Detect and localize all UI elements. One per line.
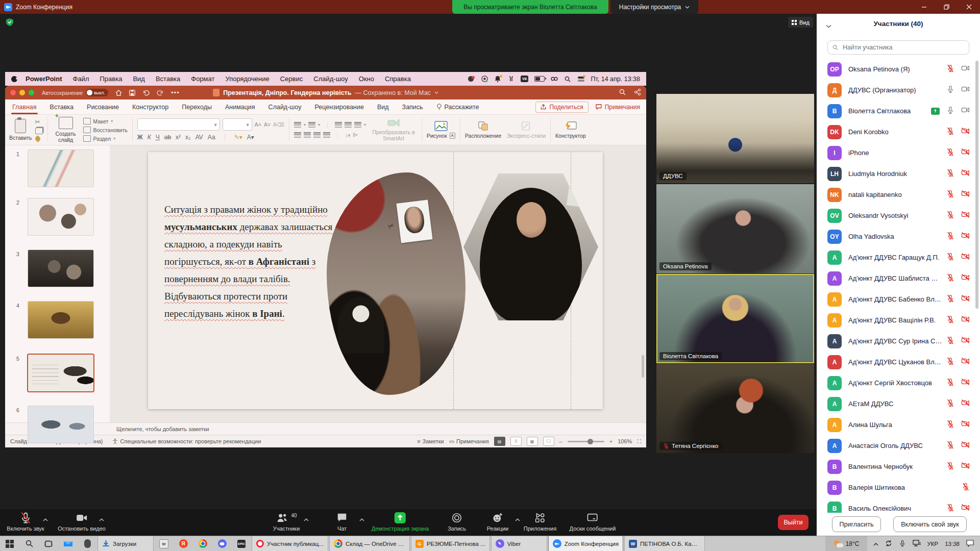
participant-row[interactable]: ВВалентина Чернобук: [817, 456, 975, 477]
taskbar-button-downloads[interactable]: Загрузки: [97, 536, 154, 551]
control-center-icon[interactable]: [577, 76, 584, 82]
mic-muted-icon[interactable]: [946, 294, 954, 305]
mic-muted-icon[interactable]: [946, 315, 954, 325]
participant-row[interactable]: AАнастасія Оголь ДДУВС: [817, 435, 975, 456]
toolbar-mic-muted-button[interactable]: Включить звук: [7, 511, 44, 532]
camera-on-icon[interactable]: [961, 106, 970, 116]
participant-row[interactable]: LHLiudmyla Horodniuk: [817, 163, 975, 184]
toolbar-chat-button[interactable]: Чат: [336, 511, 348, 532]
mic-muted-icon[interactable]: [946, 232, 954, 242]
taskbar-button-zoom[interactable]: Zoom Конференция: [548, 536, 623, 551]
vk-icon[interactable]: VK: [521, 76, 528, 82]
mac-menu-Упорядочение[interactable]: Упорядочение: [225, 75, 269, 83]
tab-Слайд-шоу[interactable]: Слайд-шоу: [268, 99, 302, 115]
view-settings-button[interactable]: Настройки просмотра: [610, 0, 698, 14]
strike-button[interactable]: ab: [164, 134, 171, 141]
mic-muted-icon[interactable]: [946, 462, 954, 472]
font-size-select[interactable]: ▾: [223, 118, 252, 131]
home-icon[interactable]: [115, 90, 122, 96]
taskbar-button-word[interactable]: WПЕТІНОВА О.Б. Кадр...: [624, 536, 705, 551]
reset-button[interactable]: Восстановить: [83, 127, 128, 133]
toolbar-record-button[interactable]: Запись: [448, 511, 466, 532]
notification-bell-icon[interactable]: [494, 76, 501, 82]
slide-thumbnail-3[interactable]: [28, 250, 93, 287]
tray-language[interactable]: УКР: [927, 541, 939, 547]
mac-clock[interactable]: Пт, 14 апр. 13:38: [591, 76, 640, 83]
taskbar-button-viber[interactable]: Viber: [491, 536, 547, 551]
cut-icon[interactable]: ✂: [35, 118, 43, 126]
battery-icon[interactable]: [534, 76, 545, 82]
mac-minimize-button[interactable]: [19, 90, 25, 95]
mic-muted-icon[interactable]: [946, 190, 954, 200]
video-tile-2[interactable]: Oksana Petinova: [656, 184, 814, 273]
camera-on-icon[interactable]: [961, 85, 970, 95]
camera-off-icon[interactable]: [961, 168, 970, 179]
mic-muted-icon[interactable]: [946, 441, 954, 451]
mac-menu-Окно[interactable]: Окно: [359, 75, 374, 83]
mic-muted-icon[interactable]: [946, 378, 954, 388]
apple-menu-icon[interactable]: [11, 76, 17, 82]
ppt-share-icon[interactable]: [634, 88, 641, 97]
camera-off-icon[interactable]: [961, 252, 970, 263]
bold-button[interactable]: Ж: [137, 134, 143, 141]
tab-Запись[interactable]: Запись: [402, 99, 423, 115]
taskbar-epic-icon[interactable]: EPIC: [232, 536, 251, 551]
new-slide-button[interactable]: Создать слайд: [53, 117, 79, 143]
indent-less-icon[interactable]: [335, 122, 342, 128]
camera-off-icon[interactable]: [961, 294, 970, 305]
toolbar-react-button[interactable]: Реакции: [487, 511, 509, 532]
camera-off-icon[interactable]: [961, 189, 970, 200]
tab-Расскажите[interactable]: Расскажите: [436, 99, 479, 115]
participant-row[interactable]: ВВалерія Шитикова: [817, 477, 975, 498]
align-center-icon[interactable]: [304, 132, 311, 138]
tab-Рисование[interactable]: Рисование: [87, 99, 119, 115]
notification-center-icon[interactable]: [966, 540, 974, 548]
slide-thumbnail-2[interactable]: [28, 198, 93, 235]
font-color-button[interactable]: A▾: [247, 134, 254, 141]
taskbar-start-icon[interactable]: [0, 536, 19, 551]
columns-icon[interactable]: ⫴▾: [353, 132, 358, 138]
slide-thumbnail-1[interactable]: [28, 150, 93, 187]
camera-off-icon[interactable]: [961, 336, 970, 346]
participant-row[interactable]: DKDeni Korobko: [817, 121, 975, 142]
align-left-icon[interactable]: [294, 132, 301, 138]
toolbar-chevron-up[interactable]: [43, 514, 48, 523]
mac-menu-Формат[interactable]: Формат: [191, 75, 214, 83]
tray-mic-icon[interactable]: [899, 540, 906, 548]
canvas-scrollbar[interactable]: [642, 355, 644, 378]
tab-Вид[interactable]: Вид: [377, 99, 389, 115]
taskbar-mail-icon[interactable]: [58, 536, 78, 551]
view-mode-button[interactable]: Вид: [788, 17, 813, 28]
participant-row[interactable]: ВВіолетта Світлакова: [817, 101, 975, 121]
justify-icon[interactable]: [323, 132, 330, 138]
participant-row[interactable]: IiPhone: [817, 142, 975, 163]
change-case-button[interactable]: Аа: [208, 134, 215, 141]
zoom-in-button[interactable]: +: [609, 438, 612, 444]
mic-muted-icon[interactable]: [946, 64, 954, 74]
shrink-font-icon[interactable]: A˅: [264, 121, 271, 128]
mic-on-icon[interactable]: [946, 85, 954, 95]
toolbar-board-button[interactable]: Доски сообщений: [570, 511, 616, 532]
toolbar-chevron-up[interactable]: [359, 514, 364, 523]
invite-button[interactable]: Пригласить: [832, 516, 881, 532]
smartart-button[interactable]: Преобразовать в SmartArt: [370, 117, 417, 143]
mic-muted-icon[interactable]: [962, 483, 970, 493]
mic-on-icon[interactable]: [946, 106, 954, 116]
slideshow-view-button[interactable]: 🖵: [543, 437, 554, 446]
toolbar-chevron-up[interactable]: [304, 514, 309, 523]
numbering-icon[interactable]: [308, 122, 315, 128]
text-direction-icon[interactable]: ↕▾: [345, 132, 351, 138]
camera-off-icon[interactable]: [961, 273, 970, 284]
indent-more-icon[interactable]: [345, 122, 352, 128]
participants-scrollbar[interactable]: [975, 61, 978, 309]
layout-button[interactable]: Макет▾: [83, 118, 128, 124]
slide-text-block[interactable]: Ситуація з правами жінок у традиційномус…: [164, 201, 333, 322]
participant-row[interactable]: ВВасиль Олексійович: [817, 498, 975, 513]
toolbar-share-button[interactable]: Демонстрация экрана: [372, 511, 429, 532]
copy-icon[interactable]: [35, 128, 43, 134]
participant-row[interactable]: NKnatali kapitanenko: [817, 184, 975, 205]
camera-off-icon[interactable]: [961, 503, 970, 513]
participant-search[interactable]: [827, 40, 969, 55]
video-tile-3[interactable]: Віолетта Світлакова: [656, 274, 814, 363]
toolbar-apps-button[interactable]: Приложения: [524, 511, 556, 532]
